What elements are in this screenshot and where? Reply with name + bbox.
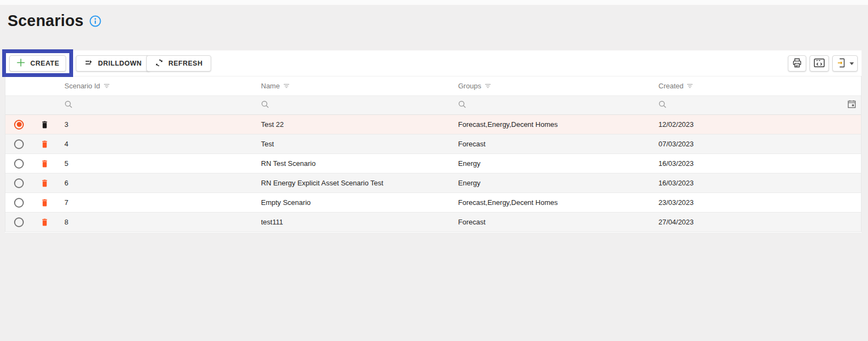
- cell-groups: Forecast: [451, 218, 651, 226]
- cell-name: test111: [253, 218, 451, 226]
- row-delete-cell: [32, 159, 57, 168]
- column-header-created[interactable]: Created: [651, 82, 861, 90]
- cell-groups: Energy: [451, 159, 651, 168]
- cell-groups: Forecast,Energy,Decent Homes: [451, 120, 651, 128]
- column-header-groups[interactable]: Groups: [451, 82, 651, 90]
- top-strip: [0, 0, 868, 5]
- filter-input-created[interactable]: [651, 96, 861, 114]
- table-row[interactable]: 3 Test 22 Forecast,Energy,Decent Homes 1…: [5, 115, 861, 134]
- cell-name: Test 22: [253, 120, 451, 128]
- cell-groups: Energy: [451, 179, 651, 187]
- refresh-button[interactable]: REFRESH: [146, 55, 211, 72]
- search-icon: [64, 100, 73, 111]
- row-delete-cell: [32, 198, 57, 207]
- drilldown-icon: [84, 59, 93, 68]
- cell-created: 12/02/2023: [651, 120, 861, 128]
- page-title: Scenarios: [8, 12, 83, 30]
- column-label: Groups: [458, 82, 481, 90]
- delete-icon[interactable]: [41, 198, 49, 207]
- search-icon: [458, 100, 466, 111]
- table-row[interactable]: 8 test111 Forecast 27/04/2023: [5, 213, 861, 232]
- column-header-scenario-id[interactable]: Scenario Id: [57, 82, 253, 90]
- column-label: Name: [261, 82, 280, 90]
- column-header-name[interactable]: Name: [253, 82, 451, 90]
- create-button-label: CREATE: [30, 60, 59, 67]
- cell-scenario-id: 5: [57, 159, 253, 168]
- table-body: 3 Test 22 Forecast,Energy,Decent Homes 1…: [5, 115, 861, 232]
- row-select-cell: [5, 198, 32, 208]
- cell-groups: Forecast: [451, 140, 651, 148]
- table-row[interactable]: 4 Test Forecast 07/03/2023: [5, 134, 861, 154]
- cell-created: 16/03/2023: [651, 179, 861, 187]
- filter-input-scenario-id[interactable]: [57, 96, 253, 114]
- create-button[interactable]: CREATE: [9, 55, 66, 72]
- row-select-cell: [5, 159, 32, 169]
- export-dropdown-caret[interactable]: [850, 62, 854, 65]
- cell-scenario-id: 8: [57, 218, 253, 226]
- cell-created: 27/04/2023: [651, 218, 861, 226]
- drilldown-button[interactable]: DRILLDOWN: [76, 55, 151, 72]
- print-button[interactable]: [788, 55, 806, 72]
- title-row: Scenarios: [8, 12, 102, 30]
- cell-name: RN Energy Explicit Asset Scenario Test: [253, 179, 451, 187]
- row-delete-cell: [32, 120, 57, 129]
- table-row[interactable]: 5 RN Test Scenario Energy 16/03/2023: [5, 154, 861, 173]
- cell-groups: Forecast,Energy,Decent Homes: [451, 198, 651, 207]
- row-delete-cell: [32, 139, 57, 149]
- header-filter-icon[interactable]: [103, 82, 110, 90]
- cell-scenario-id: 4: [57, 140, 253, 148]
- export-file-icon: [836, 57, 847, 70]
- row-radio[interactable]: [14, 139, 24, 149]
- export-button[interactable]: [832, 55, 858, 72]
- table-row[interactable]: 7 Empty Scenario Forecast,Energy,Decent …: [5, 193, 861, 213]
- cell-created: 23/03/2023: [651, 198, 861, 207]
- row-radio[interactable]: [14, 120, 24, 130]
- header-filter-icon[interactable]: [283, 82, 290, 90]
- delete-icon[interactable]: [41, 120, 49, 129]
- filter-input-groups[interactable]: [451, 96, 651, 114]
- header-filter-icon[interactable]: [485, 82, 491, 90]
- row-delete-cell: [32, 178, 57, 188]
- column-label: Scenario Id: [64, 82, 100, 90]
- table-header-row: Scenario Id Name Groups: [5, 76, 861, 95]
- table-row[interactable]: 6 RN Energy Explicit Asset Scenario Test…: [5, 173, 861, 193]
- cell-created: 07/03/2023: [651, 140, 861, 148]
- row-select-cell: [5, 120, 32, 130]
- cell-scenario-id: 7: [57, 198, 253, 207]
- scenarios-page: Scenarios CREATE: [0, 0, 868, 341]
- delete-icon[interactable]: [41, 178, 49, 188]
- create-button-highlight: CREATE: [2, 49, 73, 77]
- cell-scenario-id: 6: [57, 179, 253, 187]
- row-select-cell: [5, 139, 32, 149]
- filter-input-name[interactable]: [253, 96, 451, 114]
- row-delete-cell: [32, 217, 57, 227]
- code-window-icon: [813, 57, 825, 70]
- scenarios-card: CREATE DRILLDOWN: [5, 50, 862, 233]
- refresh-button-label: REFRESH: [168, 60, 203, 67]
- delete-icon[interactable]: [41, 139, 49, 149]
- delete-icon[interactable]: [41, 159, 49, 168]
- delete-icon[interactable]: [41, 217, 49, 227]
- cell-name: RN Test Scenario: [253, 159, 451, 168]
- search-icon: [261, 100, 269, 111]
- print-icon: [792, 57, 802, 70]
- filter-row: [5, 95, 861, 115]
- row-radio[interactable]: [14, 178, 24, 188]
- search-icon: [658, 100, 667, 111]
- code-view-button[interactable]: [810, 55, 829, 72]
- header-filter-icon[interactable]: [687, 82, 693, 90]
- toolbar-right: [788, 55, 858, 72]
- plus-icon: [16, 58, 25, 69]
- row-radio[interactable]: [14, 159, 24, 169]
- scenarios-table: Scenario Id Name Groups: [5, 76, 862, 232]
- refresh-icon: [155, 59, 164, 69]
- cell-name: Test: [253, 140, 451, 148]
- row-radio[interactable]: [14, 217, 24, 227]
- drilldown-button-label: DRILLDOWN: [98, 60, 142, 67]
- column-label: Created: [658, 82, 683, 90]
- cell-name: Empty Scenario: [253, 198, 451, 207]
- calendar-icon[interactable]: [847, 100, 856, 111]
- info-icon[interactable]: [89, 15, 102, 28]
- cell-created: 16/03/2023: [651, 159, 861, 168]
- row-radio[interactable]: [14, 198, 24, 208]
